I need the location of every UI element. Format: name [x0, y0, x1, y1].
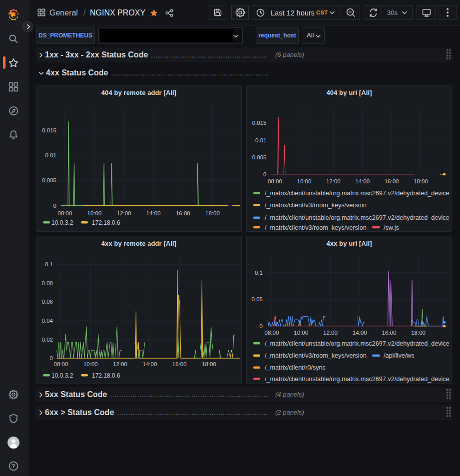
svg-text:0.015: 0.015: [42, 127, 56, 133]
svg-text:?: ?: [11, 463, 15, 469]
svg-text:10.0.3.2: 10.0.3.2: [51, 219, 73, 226]
svg-text:08:00: 08:00: [54, 361, 68, 367]
svg-text:16:00: 16:00: [172, 361, 187, 367]
svg-text:/_matrix/client/v3/room_keys/v: /_matrix/client/v3/room_keys/version: [265, 202, 367, 209]
svg-text:18:00: 18:00: [202, 361, 216, 367]
svg-text:0.005: 0.005: [252, 154, 267, 160]
svg-text:14:00: 14:00: [146, 210, 161, 216]
svg-text:18:00: 18:00: [205, 210, 220, 216]
svg-text:18:00: 18:00: [411, 330, 426, 336]
svg-text:0.06: 0.06: [42, 299, 53, 305]
svg-text:0.015: 0.015: [252, 120, 267, 126]
svg-text:0.1: 0.1: [255, 270, 263, 276]
svg-text:08:00: 08:00: [58, 210, 72, 216]
svg-text:16:00: 16:00: [382, 330, 397, 336]
svg-text:0.08: 0.08: [42, 280, 53, 286]
svg-text:/_matrix/client/unstable/org.m: /_matrix/client/unstable/org.matrix.msc2…: [265, 340, 450, 347]
svg-text:/_matrix/client/r0/sync: /_matrix/client/r0/sync: [265, 364, 326, 371]
svg-text:0.05: 0.05: [252, 296, 263, 302]
svg-text:/_matrix/client/v3/room_keys/v: /_matrix/client/v3/room_keys/version: [265, 224, 367, 231]
svg-text:0.1: 0.1: [45, 261, 53, 267]
svg-text:14:00: 14:00: [143, 361, 157, 367]
svg-text:0: 0: [50, 355, 53, 361]
svg-text:0.01: 0.01: [45, 152, 56, 158]
svg-text:/api/live/ws: /api/live/ws: [384, 352, 415, 359]
svg-text:12:00: 12:00: [117, 210, 131, 216]
svg-text:10:00: 10:00: [294, 330, 308, 336]
svg-text:10:00: 10:00: [297, 178, 312, 184]
svg-text:08:00: 08:00: [265, 330, 279, 336]
svg-text:10:00: 10:00: [87, 210, 102, 216]
svg-text:0: 0: [53, 203, 56, 209]
svg-text:0: 0: [260, 323, 263, 329]
svg-text:0.01: 0.01: [255, 137, 266, 143]
svg-text:0.005: 0.005: [42, 177, 56, 183]
svg-text:08:00: 08:00: [268, 178, 282, 184]
svg-text:/_matrix/client/unstable/org.m: /_matrix/client/unstable/org.matrix.msc2…: [265, 214, 450, 221]
svg-text:172.18.0.6: 172.18.0.6: [92, 219, 120, 226]
svg-text:14:00: 14:00: [355, 178, 370, 184]
svg-text:0.04: 0.04: [42, 318, 53, 324]
svg-text:12:00: 12:00: [326, 178, 341, 184]
svg-text:/_matrix/client/v3/room_keys/v: /_matrix/client/v3/room_keys/version: [265, 352, 367, 359]
svg-text:18:00: 18:00: [414, 178, 428, 184]
svg-text:16:00: 16:00: [176, 210, 190, 216]
svg-text:172.18.0.6: 172.18.0.6: [92, 372, 120, 379]
svg-text:/sw.js: /sw.js: [384, 224, 399, 231]
svg-text:14:00: 14:00: [353, 330, 367, 336]
svg-text:12:00: 12:00: [323, 330, 338, 336]
svg-text:/_matrix/client/unstable/org.m: /_matrix/client/unstable/org.matrix.msc2…: [265, 190, 450, 197]
svg-text:10.0.3.2: 10.0.3.2: [51, 372, 73, 379]
svg-text:16:00: 16:00: [385, 178, 399, 184]
svg-text:10:00: 10:00: [83, 361, 98, 367]
svg-text:0: 0: [263, 171, 266, 177]
svg-text:0.02: 0.02: [42, 337, 53, 343]
svg-text:/_matrix/client/unstable/org.m: /_matrix/client/unstable/org.matrix.msc2…: [265, 376, 450, 383]
svg-text:12:00: 12:00: [113, 361, 127, 367]
